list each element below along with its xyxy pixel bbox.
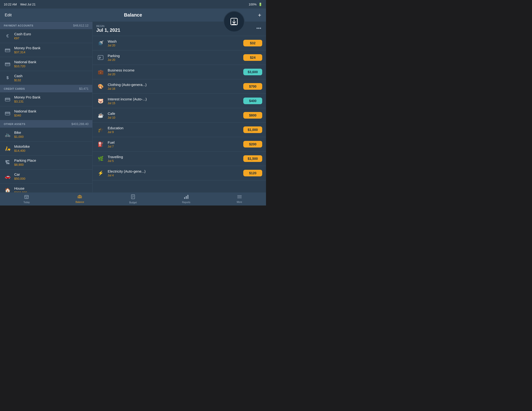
download-button[interactable] bbox=[223, 11, 245, 32]
parking-place-amount: $8,900 bbox=[14, 163, 88, 166]
battery-icon: 🔋 bbox=[258, 3, 262, 6]
parking-info: Parking Jul 20 bbox=[108, 54, 243, 62]
more-tab-label: More bbox=[237, 201, 242, 203]
svg-rect-24 bbox=[184, 197, 185, 199]
tab-more[interactable]: More bbox=[213, 193, 266, 205]
cash-euro-name: Cash Euro bbox=[14, 32, 88, 36]
bike-icon: 🚲 bbox=[4, 131, 11, 138]
money-pro-pay-amount: $37,314 bbox=[14, 50, 88, 54]
account-item-money-pro-pay[interactable]: Money Pro Bank $37,314 bbox=[0, 43, 92, 57]
account-item-national-bank-pay[interactable]: National Bank $10,720 bbox=[0, 57, 92, 71]
cash-name: Cash bbox=[14, 74, 88, 78]
section-label-other: OTHER ASSETS bbox=[4, 123, 25, 125]
section-header-other: OTHER ASSETS $403,288.40 bbox=[0, 120, 92, 128]
account-item-bike[interactable]: 🚲 Bike $1,000 bbox=[0, 128, 92, 142]
transaction-travelling[interactable]: 🌿 Travelling Jul 5 $1,500 bbox=[93, 152, 266, 166]
balance-tab-icon bbox=[77, 195, 82, 200]
period-date: Jul 1, 2021 bbox=[96, 28, 120, 33]
house-info: House $260,000 bbox=[14, 186, 88, 192]
clothing-amount: $700 bbox=[243, 83, 262, 90]
house-icon: 🏠 bbox=[4, 187, 11, 192]
edit-button[interactable]: Edit bbox=[5, 13, 12, 18]
bike-name: Bike bbox=[14, 130, 88, 134]
travelling-info: Travelling Jul 5 bbox=[108, 155, 243, 163]
electricity-date: Jul 4 bbox=[108, 174, 243, 177]
motorbike-name: Motorbike bbox=[14, 144, 88, 148]
transaction-cafe[interactable]: ☕ Cafe Jul 10 $800 bbox=[93, 108, 266, 123]
account-item-money-pro-cc[interactable]: Money Pro Bank $3,131 bbox=[0, 92, 92, 106]
transaction-fuel[interactable]: ⛽ Fuel Jul 7 $200 bbox=[93, 137, 266, 152]
account-item-house[interactable]: 🏠 House $260,000 bbox=[0, 183, 92, 192]
motorbike-amount: $14,400 bbox=[14, 149, 88, 153]
add-button[interactable]: + bbox=[258, 12, 261, 19]
svg-rect-6 bbox=[5, 63, 10, 64]
cash-icon: $ bbox=[4, 74, 11, 82]
svg-rect-25 bbox=[186, 196, 187, 199]
transaction-electricity[interactable]: ⚡ Electricity (Auto-gene...) Jul 4 $120 bbox=[93, 166, 266, 180]
transaction-parking[interactable]: P Parking Jul 20 $24 bbox=[93, 50, 266, 65]
money-pro-pay-icon bbox=[4, 46, 11, 54]
house-amount: $260,000 bbox=[14, 191, 88, 192]
today-tab-label: Today bbox=[23, 201, 30, 204]
travelling-icon: 🌿 bbox=[96, 154, 105, 163]
clothing-name: Clothing (Auto-genera...) bbox=[108, 83, 243, 87]
national-bank-pay-amount: $10,720 bbox=[14, 64, 88, 68]
account-item-cash-euro[interactable]: € Cash Euro €97 bbox=[0, 29, 92, 43]
tab-bar: 21 Today Balance Budget Reports More bbox=[0, 192, 266, 206]
section-header-credit: CREDIT CARDS $3,471 bbox=[0, 85, 92, 92]
svg-rect-4 bbox=[5, 49, 10, 50]
reports-tab-label: Reports bbox=[182, 201, 190, 204]
clothing-icon: 🎨 bbox=[96, 82, 105, 91]
svg-rect-26 bbox=[187, 195, 188, 199]
download-icon bbox=[229, 16, 239, 27]
money-pro-cc-info: Money Pro Bank $3,131 bbox=[14, 95, 88, 103]
transaction-interest-income[interactable]: 🐷 Interest income (Auto-...) Jul 15 $400 bbox=[93, 94, 266, 108]
svg-text:P: P bbox=[99, 56, 101, 60]
section-total-payment: $48,612.12 bbox=[73, 24, 88, 27]
car-icon: 🚗 bbox=[4, 172, 11, 180]
transaction-education[interactable]: 🎓 Education Jul 9 $1,000 bbox=[93, 123, 266, 137]
travelling-date: Jul 5 bbox=[108, 159, 243, 163]
clothing-info: Clothing (Auto-genera...) Jul 16 bbox=[108, 83, 243, 90]
cafe-name: Cafe bbox=[108, 112, 243, 115]
more-options-button[interactable]: ••• bbox=[255, 25, 262, 32]
svg-rect-8 bbox=[5, 99, 10, 99]
education-amount: $1,000 bbox=[243, 126, 262, 133]
account-item-cash[interactable]: $ Cash $132 bbox=[0, 71, 92, 85]
tab-budget[interactable]: Budget bbox=[106, 193, 160, 205]
transaction-wash[interactable]: 🚿 Wash Jul 20 $32 bbox=[93, 36, 266, 50]
svg-point-18 bbox=[78, 196, 79, 198]
account-item-parking-place[interactable]: 🏗 Parking Place $8,900 bbox=[0, 155, 92, 170]
nav-title: Balance bbox=[124, 12, 142, 18]
parking-place-info: Parking Place $8,900 bbox=[14, 158, 88, 166]
today-tab-icon: 21 bbox=[24, 194, 29, 200]
tab-today[interactable]: 21 Today bbox=[0, 193, 53, 205]
account-item-national-bank-cc[interactable]: National Bank $340 bbox=[0, 106, 92, 120]
svg-point-19 bbox=[80, 196, 82, 198]
wash-info: Wash Jul 20 bbox=[108, 39, 243, 47]
car-amount: $50,000 bbox=[14, 177, 88, 180]
interest-income-icon: 🐷 bbox=[96, 96, 105, 105]
national-bank-pay-name: National Bank bbox=[14, 60, 88, 64]
national-bank-cc-icon bbox=[4, 109, 11, 117]
interest-income-name: Interest income (Auto-...) bbox=[108, 97, 243, 101]
parking-place-icon: 🏗 bbox=[4, 159, 11, 166]
bike-amount: $1,000 bbox=[14, 135, 88, 138]
motorbike-info: Motorbike $14,400 bbox=[14, 144, 88, 153]
section-label-payment: PAYMENT ACCOUNTS bbox=[4, 24, 33, 27]
tab-reports[interactable]: Reports bbox=[160, 193, 213, 205]
fuel-name: Fuel bbox=[108, 140, 243, 144]
transaction-business-income[interactable]: 💼 Business income Jul 20 $3,600 bbox=[93, 65, 266, 79]
tab-balance[interactable]: Balance bbox=[53, 193, 106, 205]
parking-amount: $24 bbox=[243, 54, 262, 61]
right-panel: Begin Jul 1, 2021 ••• 🚿 Wash Jul 20 $32 … bbox=[92, 22, 266, 192]
transaction-clothing[interactable]: 🎨 Clothing (Auto-genera...) Jul 16 $700 bbox=[93, 79, 266, 94]
national-bank-pay-icon bbox=[4, 60, 11, 68]
account-item-motorbike[interactable]: 🛵 Motorbike $14,400 bbox=[0, 142, 92, 155]
section-total-other: $403,288.40 bbox=[71, 122, 88, 126]
account-item-car[interactable]: 🚗 Car $50,000 bbox=[0, 170, 92, 183]
money-pro-cc-icon bbox=[4, 96, 11, 103]
parking-icon: P bbox=[96, 53, 105, 62]
svg-text:21: 21 bbox=[26, 197, 28, 199]
parking-place-name: Parking Place bbox=[14, 158, 88, 162]
